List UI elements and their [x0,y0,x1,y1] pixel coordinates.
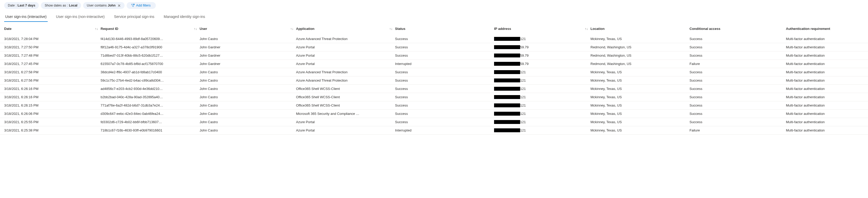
cell-application: Azure Portal [296,128,395,132]
cell-location: Redmond, Washington, US [590,62,689,66]
col-header-status[interactable]: Status [395,27,494,31]
cell-status: Success [395,37,494,41]
cell-application: Azure Advanced Threat Protection [296,70,395,74]
cell-ip: 121 [494,70,590,74]
tabs-row: User sign-ins (interactive) User sign-in… [0,11,868,22]
col-header-user-label: User [199,27,207,31]
ip-redaction-block [494,95,520,99]
tab-service-principal-signins[interactable]: Service principal sign-ins [113,12,155,22]
table-body: 3/18/2021, 7:28:04 PMf414d130-6446-4993-… [0,35,868,134]
cell-date: 3/18/2021, 6:27:58 PM [4,70,101,74]
cell-request-id: 615507a7-0c78-4b85-bf8d-acf175870700 [101,62,199,66]
col-header-request-id-label: Request ID [101,27,118,31]
col-header-auth-requirement[interactable]: Authentication requirement [786,27,868,31]
cell-user: John Gardner [199,45,296,49]
cell-location: Mckinney, Texas, US [590,87,689,91]
table-row[interactable]: 3/18/2021, 6:26:06 PMd309c647-eebc-42e3-… [0,110,868,118]
col-header-user[interactable]: User ↑↓ [199,27,296,31]
ip-redaction-block [494,78,520,82]
cell-ip: 59.79 [494,62,590,66]
filter-show-dates-as[interactable]: Show dates as : Local [41,2,81,9]
close-icon[interactable]: ✕ [118,4,121,7]
cell-date: 3/18/2021, 7:27:45 PM [4,62,101,66]
col-header-ip-label: IP address [494,27,511,31]
cell-conditional-access: Success [689,120,786,124]
filter-date-value: Last 7 days [18,4,35,7]
cell-application: Azure Portal [296,120,395,124]
cell-location: Mckinney, Texas, US [590,70,689,74]
cell-conditional-access: Success [689,95,786,99]
cell-date: 3/18/2021, 6:26:06 PM [4,112,101,116]
table-row[interactable]: 3/18/2021, 6:25:38 PM718b1c67-f16b-4630-… [0,126,868,134]
cell-location: Mckinney, Texas, US [590,120,689,124]
table-row[interactable]: 3/18/2021, 6:26:16 PMad4856c7-e203-4cb2-… [0,85,868,93]
table-row[interactable]: 3/18/2021, 6:26:15 PM771af76e-6a2f-482d-… [0,101,868,110]
sort-icon: ↑↓ [194,27,197,31]
cell-auth-requirement: Multi-factor authentication [786,62,868,66]
cell-application: Azure Advanced Threat Protection [296,37,395,41]
tab-user-signins-noninteractive[interactable]: User sign-ins (non-interactive) [55,12,106,22]
filters-row: Date : Last 7 days Show dates as : Local… [0,0,868,11]
cell-auth-requirement: Multi-factor authentication [786,112,868,116]
cell-conditional-access: Success [689,70,786,74]
cell-location: Mckinney, Texas, US [590,128,689,132]
cell-date: 3/18/2021, 7:27:48 PM [4,53,101,57]
ip-redaction-block [494,87,520,91]
cell-request-id: 771af76e-6a2f-482d-b6d7-31db3a7e24… [101,104,199,107]
ip-suffix: 121 [520,70,526,74]
filter-date-label: Date : [8,4,17,7]
cell-user: John Castro [199,87,296,91]
filter-date[interactable]: Date : Last 7 days [4,2,39,9]
table-row[interactable]: 3/18/2021, 7:27:45 PM615507a7-0c78-4b85-… [0,60,868,68]
col-header-conditional-access[interactable]: Conditional access [689,27,786,31]
add-filters-button[interactable]: Add filters [128,2,153,9]
cell-auth-requirement: Multi-factor authentication [786,104,868,107]
cell-location: Mckinney, Texas, US [590,104,689,107]
ip-redaction-block [494,128,520,132]
cell-date: 3/18/2021, 6:26:15 PM [4,104,101,107]
table-row[interactable]: 3/18/2021, 6:25:55 PMfd3302d6-c729-4b02-… [0,118,868,126]
col-header-date[interactable]: Date ↑↓ [4,27,101,31]
col-header-request-id[interactable]: Request ID ↑↓ [101,27,199,31]
cell-user: John Castro [199,37,296,41]
tab-managed-identity-signins[interactable]: Managed identity sign-ins [163,12,206,22]
cell-status: Interrupted [395,128,494,132]
cell-user: John Castro [199,70,296,74]
table-row[interactable]: 3/18/2021, 7:27:48 PM71d8bed7-013f-40bb-… [0,51,868,60]
table-row[interactable]: 3/18/2021, 7:27:50 PMf8f12a46-9175-4d4c-… [0,43,868,51]
table-row[interactable]: 3/18/2021, 6:26:16 PMb2bb2bad-040c-428a-… [0,93,868,101]
cell-date: 3/18/2021, 6:26:16 PM [4,87,101,91]
table-row[interactable]: 3/18/2021, 7:28:04 PMf414d130-6446-4993-… [0,35,868,43]
col-header-location[interactable]: Location [590,27,689,31]
signins-table: Date ↑↓ Request ID ↑↓ User ↑↓ Applicatio… [0,22,868,134]
ip-suffix: 121 [520,87,526,91]
cell-request-id: 71d8bed7-013f-40bb-88c5-620db1f127… [101,53,199,57]
cell-location: Mckinney, Texas, US [590,37,689,41]
cell-request-id: 59c1c75c-27b4-4ed2-b4ac-c89ca8d304… [101,78,199,82]
filter-user-contains[interactable]: User contains John ✕ [83,2,125,9]
table-row[interactable]: 3/18/2021, 6:27:58 PM38dcd4e2-ff8c-4937-… [0,68,868,76]
cell-request-id: 718b1c67-f16b-4630-93ff-e0b979016601 [101,128,199,132]
ip-redaction-block [494,53,520,57]
sort-icon: ↑↓ [585,27,588,31]
ip-suffix: 59.79 [520,62,529,66]
col-header-ip[interactable]: IP address ↑↓ [494,27,590,31]
cell-application: Azure Portal [296,53,395,57]
cell-auth-requirement: Multi-factor authentication [786,37,868,41]
cell-user: John Castro [199,128,296,132]
cell-auth-requirement: Multi-factor authentication [786,120,868,124]
ip-redaction-block [494,37,520,41]
col-header-application[interactable]: Application ↑↓ [296,27,395,31]
cell-application: Azure Portal [296,62,395,66]
cell-auth-requirement: Multi-factor authentication [786,70,868,74]
cell-auth-requirement: Multi-factor authentication [786,53,868,57]
tab-user-signins-interactive[interactable]: User sign-ins (interactive) [4,12,48,22]
cell-application: Office365 Shell WCSS-Client [296,95,395,99]
ip-suffix: 59.79 [520,53,529,57]
table-row[interactable]: 3/18/2021, 6:27:56 PM59c1c75c-27b4-4ed2-… [0,76,868,85]
ip-suffix: 59.79 [520,45,529,49]
cell-auth-requirement: Multi-factor authentication [786,45,868,49]
cell-ip: 59.79 [494,45,590,49]
filter-plus-icon [131,3,135,7]
cell-date: 3/18/2021, 6:25:38 PM [4,128,101,132]
